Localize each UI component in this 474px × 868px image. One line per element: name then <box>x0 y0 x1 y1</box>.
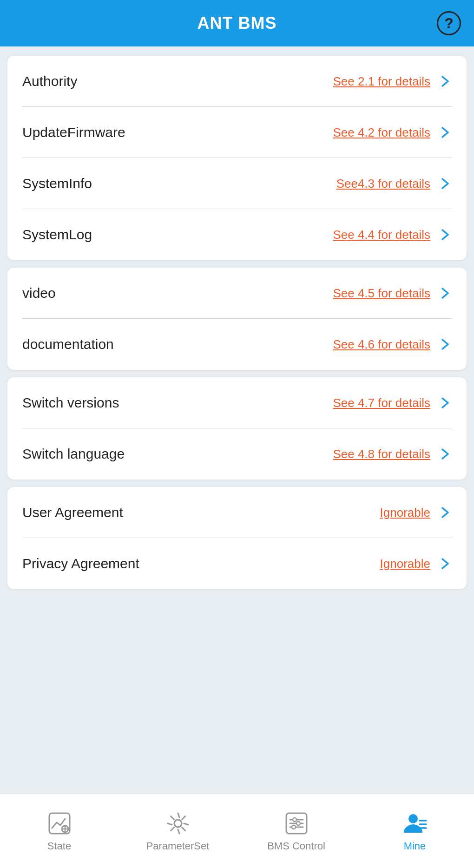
menu-item-label-system-info: SystemInfo <box>22 176 92 191</box>
menu-item-label-user-agreement: User Agreement <box>22 505 123 520</box>
menu-item-left-documentation: documentation <box>22 336 114 352</box>
menu-item-label-privacy-agreement: Privacy Agreement <box>22 556 139 572</box>
chevron-right-icon <box>439 396 452 409</box>
chevron-right-icon <box>439 75 452 88</box>
menu-item-left-switch-versions: Switch versions <box>22 395 119 411</box>
menu-item-right-video: See 4.5 for details <box>333 286 452 301</box>
menu-item-detail-system-info: See4.3 for details <box>336 177 430 191</box>
chevron-right-icon <box>439 228 452 241</box>
app-title: ANT BMS <box>198 13 277 33</box>
nav-icon-mine <box>402 810 428 836</box>
menu-item-right-documentation: See 4.6 for details <box>333 337 452 352</box>
menu-item-privacy-agreement[interactable]: Privacy Agreement Ignorable <box>7 538 467 589</box>
nav-item-parameter-set[interactable]: ParameterSet <box>118 810 237 852</box>
menu-item-system-log[interactable]: SystemLog See 4.4 for details <box>7 209 467 260</box>
nav-label-parameter-set: ParameterSet <box>146 840 210 852</box>
menu-item-detail-user-agreement: Ignorable <box>380 506 430 520</box>
menu-item-right-authority: See 2.1 for details <box>333 74 452 89</box>
menu-item-left-update-firmware: UpdateFirmware <box>22 125 125 140</box>
menu-item-right-system-log: See 4.4 for details <box>333 228 452 242</box>
menu-item-label-update-firmware: UpdateFirmware <box>22 125 125 140</box>
menu-item-right-privacy-agreement: Ignorable <box>380 557 452 571</box>
menu-item-user-agreement[interactable]: User Agreement Ignorable <box>7 487 467 538</box>
menu-item-left-user-agreement: User Agreement <box>22 505 123 520</box>
menu-group-group1: Authority See 2.1 for details UpdateFirm… <box>7 56 467 260</box>
menu-item-left-switch-language: Switch language <box>22 446 125 462</box>
menu-group-group2: video See 4.5 for details documentation … <box>7 268 467 370</box>
help-button[interactable]: ? <box>437 11 461 35</box>
help-icon: ? <box>444 16 454 31</box>
menu-item-right-switch-versions: See 4.7 for details <box>333 396 452 410</box>
chevron-right-icon <box>439 126 452 139</box>
svg-point-13 <box>408 814 418 823</box>
nav-item-bms-control[interactable]: BMS Control <box>237 810 356 852</box>
nav-icon-state <box>46 810 72 836</box>
nav-label-bms-control: BMS Control <box>267 840 325 852</box>
menu-group-group4: User Agreement Ignorable Privacy Agreeme… <box>7 487 467 589</box>
chevron-right-icon <box>439 447 452 460</box>
chevron-right-icon <box>439 557 452 570</box>
chevron-right-icon <box>439 338 452 351</box>
menu-item-label-video: video <box>22 285 56 301</box>
menu-item-label-authority: Authority <box>22 73 77 89</box>
menu-item-detail-authority: See 2.1 for details <box>333 74 430 89</box>
menu-group-group3: Switch versions See 4.7 for details Swit… <box>7 377 467 480</box>
menu-item-detail-system-log: See 4.4 for details <box>333 228 430 242</box>
svg-point-12 <box>292 825 296 829</box>
menu-item-detail-video: See 4.5 for details <box>333 286 430 301</box>
menu-item-left-privacy-agreement: Privacy Agreement <box>22 556 139 572</box>
bottom-navigation: State ParameterSet BMS Control Mine <box>0 794 474 868</box>
menu-item-left-authority: Authority <box>22 73 77 89</box>
menu-item-video[interactable]: video See 4.5 for details <box>7 268 467 319</box>
menu-item-update-firmware[interactable]: UpdateFirmware See 4.2 for details <box>7 107 467 158</box>
menu-item-left-system-info: SystemInfo <box>22 176 92 191</box>
menu-item-label-documentation: documentation <box>22 336 114 352</box>
nav-label-mine: Mine <box>404 840 426 852</box>
menu-item-left-video: video <box>22 285 56 301</box>
svg-rect-0 <box>49 813 70 834</box>
menu-item-right-update-firmware: See 4.2 for details <box>333 125 452 140</box>
app-header: ANT BMS ? <box>0 0 474 46</box>
menu-item-right-system-info: See4.3 for details <box>336 177 452 191</box>
menu-item-label-system-log: SystemLog <box>22 227 92 243</box>
menu-item-detail-switch-language: See 4.8 for details <box>333 447 430 461</box>
svg-point-5 <box>174 820 182 827</box>
nav-icon-parameter-set <box>165 810 191 836</box>
menu-item-left-system-log: SystemLog <box>22 227 92 243</box>
menu-item-label-switch-versions: Switch versions <box>22 395 119 411</box>
menu-item-system-info[interactable]: SystemInfo See4.3 for details <box>7 158 467 209</box>
menu-item-detail-switch-versions: See 4.7 for details <box>333 396 430 410</box>
chevron-right-icon <box>439 287 452 300</box>
menu-item-documentation[interactable]: documentation See 4.6 for details <box>7 319 467 370</box>
menu-item-detail-documentation: See 4.6 for details <box>333 337 430 352</box>
menu-item-switch-versions[interactable]: Switch versions See 4.7 for details <box>7 377 467 428</box>
menu-item-label-switch-language: Switch language <box>22 446 125 462</box>
nav-icon-bms-control <box>283 810 309 836</box>
menu-item-right-switch-language: See 4.8 for details <box>333 447 452 461</box>
nav-item-state[interactable]: State <box>0 810 118 852</box>
menu-item-switch-language[interactable]: Switch language See 4.8 for details <box>7 428 467 480</box>
menu-item-authority[interactable]: Authority See 2.1 for details <box>7 56 467 107</box>
main-content: Authority See 2.1 for details UpdateFirm… <box>0 46 474 794</box>
svg-point-10 <box>293 818 296 822</box>
menu-item-detail-privacy-agreement: Ignorable <box>380 557 430 571</box>
menu-item-right-user-agreement: Ignorable <box>380 506 452 520</box>
nav-item-mine[interactable]: Mine <box>356 810 474 852</box>
chevron-right-icon <box>439 506 452 519</box>
menu-item-detail-update-firmware: See 4.2 for details <box>333 125 430 140</box>
chevron-right-icon <box>439 177 452 190</box>
svg-point-11 <box>296 822 300 825</box>
nav-label-state: State <box>47 840 71 852</box>
